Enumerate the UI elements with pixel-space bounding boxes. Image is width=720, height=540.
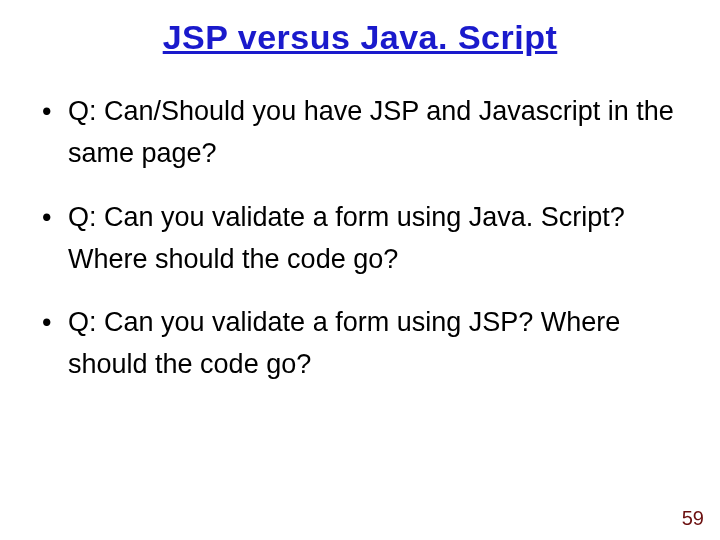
page-number: 59 — [682, 507, 704, 530]
list-item: Q: Can you validate a form using JSP? Wh… — [38, 302, 690, 386]
list-item: Q: Can you validate a form using Java. S… — [38, 197, 690, 281]
slide-title: JSP versus Java. Script — [30, 18, 690, 57]
list-item: Q: Can/Should you have JSP and Javascrip… — [38, 91, 690, 175]
bullet-list: Q: Can/Should you have JSP and Javascrip… — [30, 91, 690, 386]
slide: JSP versus Java. Script Q: Can/Should yo… — [0, 0, 720, 540]
